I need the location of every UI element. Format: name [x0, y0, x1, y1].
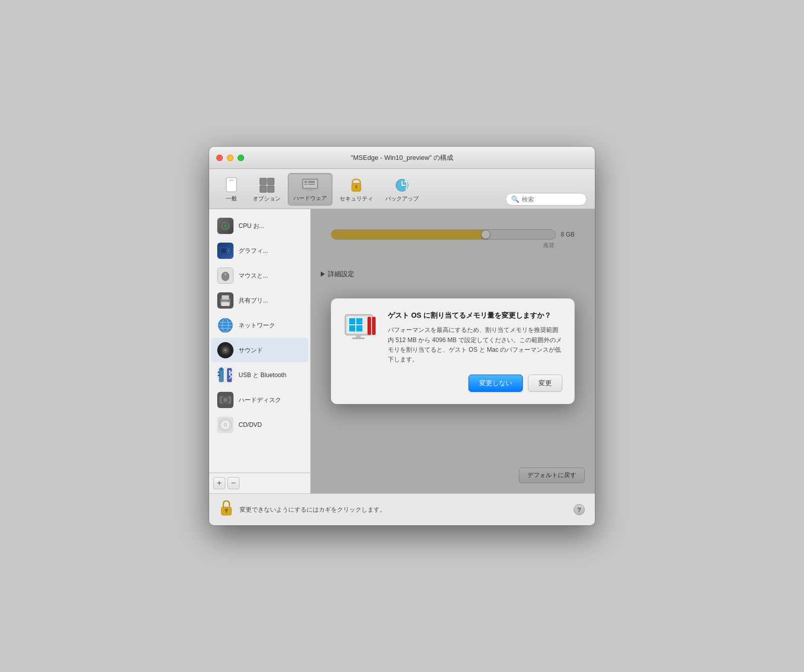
toolbar-btn-general[interactable]: 一般 [217, 174, 246, 206]
remove-item-button[interactable]: − [227, 477, 240, 489]
sidebar-label-sound: サウンド [239, 346, 263, 355]
svg-rect-72 [356, 325, 362, 331]
sidebar-label-printer: 共有プリ... [239, 296, 268, 305]
svg-rect-17 [356, 187, 357, 189]
svg-rect-55 [218, 372, 220, 373]
svg-rect-69 [349, 318, 355, 324]
maximize-button[interactable] [238, 154, 244, 161]
footer-text: 変更できないようにするにはカギをクリックします。 [240, 506, 567, 514]
modal-app-icon [343, 311, 380, 347]
add-item-button[interactable]: + [213, 477, 225, 489]
svg-rect-5 [267, 186, 274, 192]
sidebar-bottom: + − [209, 473, 310, 493]
gpu-icon [217, 243, 233, 259]
titlebar: "MSEdge - Win10_preview" の構成 [209, 147, 595, 169]
traffic-lights [216, 154, 244, 161]
svg-point-40 [224, 273, 226, 276]
backup-label: バックアップ [385, 195, 419, 203]
cancel-button[interactable]: 変更しない [468, 375, 523, 392]
svg-rect-13 [306, 190, 315, 190]
svg-rect-10 [308, 181, 315, 183]
general-icon [223, 177, 240, 193]
security-label: セキュリティ [340, 195, 373, 203]
svg-rect-70 [356, 318, 362, 324]
sidebar-label-network: ネットワーク [239, 321, 275, 330]
svg-point-44 [228, 300, 229, 302]
sidebar-item-mouse[interactable]: マウスと... [211, 263, 308, 288]
svg-rect-4 [260, 186, 266, 192]
svg-rect-11 [308, 184, 315, 185]
security-icon [348, 177, 364, 193]
svg-rect-2 [260, 178, 266, 185]
hardware-icon [302, 177, 318, 193]
svg-rect-35 [221, 248, 227, 253]
svg-rect-3 [267, 178, 274, 185]
sidebar-item-printer[interactable]: 共有プリ... [211, 288, 308, 313]
modal-dialog: ゲスト OS に割り当てるメモリ量を変更しますか？ パフォーマンスを最高にするた… [331, 298, 575, 404]
hdd-icon [217, 392, 233, 408]
network-icon [217, 317, 233, 333]
backup-icon [394, 177, 410, 193]
sidebar-label-hdd: ハードディスク [239, 396, 281, 405]
search-icon: 🔍 [511, 195, 519, 203]
toolbar-btn-backup[interactable]: バックアップ [380, 174, 424, 206]
svg-rect-75 [367, 317, 371, 335]
sidebar-label-usb: USB と Bluetooth [239, 371, 286, 380]
content-panel: 8 GB 推奨 詳細設定 デフォルトに戻す [311, 209, 595, 493]
sidebar-item-sound[interactable]: サウンド [211, 338, 308, 362]
search-box[interactable]: 🔍 [506, 193, 587, 206]
toolbar-btn-security[interactable]: セキュリティ [334, 174, 378, 206]
svg-rect-21 [224, 224, 227, 227]
svg-rect-54 [220, 367, 222, 371]
svg-rect-42 [222, 295, 229, 299]
toolbar-btn-options[interactable]: オプション [248, 174, 286, 206]
general-label: 一般 [226, 195, 237, 203]
sidebar-item-usb[interactable]: USB と Bluetooth [211, 363, 308, 387]
modal-overlay: ゲスト OS に割り当てるメモリ量を変更しますか？ パフォーマンスを最高にするた… [311, 209, 595, 493]
svg-rect-71 [349, 325, 355, 331]
minimize-button[interactable] [227, 154, 233, 161]
svg-rect-76 [372, 317, 376, 335]
usb-icon [217, 367, 233, 383]
toolbar: 一般 オプション [209, 169, 595, 209]
sidebar-item-gpu[interactable]: グラフィ... [211, 239, 308, 263]
sidebar-label-mouse: マウスと... [239, 272, 268, 280]
options-label: オプション [253, 195, 281, 203]
search-input[interactable] [522, 196, 581, 203]
sidebar-label-cd: CD/DVD [239, 421, 262, 428]
svg-point-62 [229, 397, 230, 398]
printer-icon [217, 292, 233, 309]
sidebar-scroll: CPU お... グラフィ... [209, 209, 310, 473]
sidebar-item-network[interactable]: ネットワーク [211, 313, 308, 338]
lock-icon[interactable] [219, 500, 233, 519]
sound-icon [217, 342, 233, 358]
svg-rect-43 [221, 302, 229, 306]
options-icon [259, 177, 275, 193]
svg-point-66 [225, 424, 226, 426]
svg-rect-8 [305, 181, 308, 183]
modal-buttons: 変更しない 変更 [343, 375, 562, 392]
sidebar-item-hdd[interactable]: ハードディスク [211, 388, 308, 412]
sidebar-label-gpu: グラフィ... [239, 247, 268, 255]
svg-rect-1 [229, 180, 234, 181]
sidebar-label-cpu: CPU お... [239, 222, 264, 230]
toolbar-btn-hardware[interactable]: ハードウェア [288, 173, 332, 206]
svg-rect-74 [352, 338, 364, 339]
footer: 変更できないようにするにはカギをクリックします。 ? [209, 493, 595, 525]
mouse-icon [217, 267, 233, 284]
modal-title: ゲスト OS に割り当てるメモリ量を変更しますか？ [388, 311, 562, 321]
sidebar-item-cpu[interactable]: CPU お... [211, 214, 308, 238]
hardware-label: ハードウェア [293, 194, 327, 202]
close-button[interactable] [216, 154, 223, 161]
modal-text-area: ゲスト OS に割り当てるメモリ量を変更しますか？ パフォーマンスを最高にするた… [388, 311, 562, 364]
sidebar-item-cd[interactable]: CD/DVD [211, 413, 308, 437]
main-area: CPU お... グラフィ... [209, 209, 595, 493]
svg-rect-79 [226, 511, 227, 513]
svg-point-52 [224, 349, 226, 351]
modal-header: ゲスト OS に割り当てるメモリ量を変更しますか？ パフォーマンスを最高にするた… [343, 311, 562, 364]
window-title: "MSEdge - Win10_preview" の構成 [351, 153, 453, 162]
svg-rect-56 [218, 375, 220, 376]
help-button[interactable]: ? [574, 504, 585, 515]
confirm-button[interactable]: 変更 [528, 375, 562, 392]
modal-body: パフォーマンスを最高にするため、割り当てメモリを推奨範囲内 512 MB から … [388, 325, 562, 364]
